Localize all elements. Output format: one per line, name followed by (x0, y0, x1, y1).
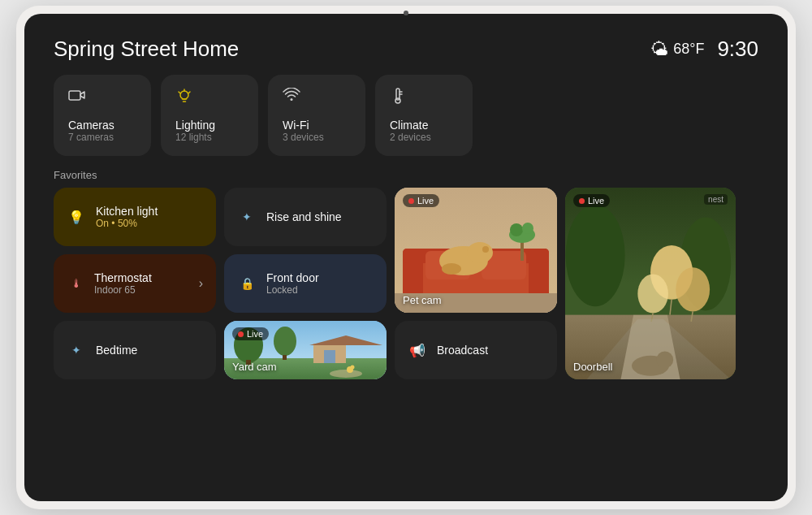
climate-label: Climate (390, 119, 458, 132)
doorbell-live-badge: Live (573, 194, 610, 207)
kitchen-light-card[interactable]: 💡 Kitchen light On • 50% (54, 188, 216, 246)
svg-line-3 (179, 92, 180, 93)
wifi-icon (283, 88, 351, 105)
pet-cam-live-label: Live (417, 196, 434, 206)
category-row: Cameras 7 cameras Lighting 12 lig (54, 75, 758, 156)
svg-line-4 (189, 92, 191, 93)
pet-cam-live-dot (408, 198, 414, 204)
camera-dot (404, 11, 408, 15)
weather-widget: 🌤 68°F (650, 39, 704, 60)
clock: 9:30 (717, 37, 758, 62)
thermostat-status: Indoor 65 (94, 284, 152, 296)
bedtime-name: Bedtime (96, 344, 137, 357)
wifi-sub: 3 devices (283, 132, 351, 143)
climate-sub: 2 devices (390, 132, 458, 143)
pet-cam-card[interactable]: Live Pet cam (395, 188, 557, 313)
cameras-sub: 7 cameras (68, 132, 136, 143)
weather-icon: 🌤 (650, 39, 668, 60)
front-door-card[interactable]: 🔒 Front door Locked (224, 254, 387, 313)
rise-shine-name: Rise and shine (266, 210, 342, 223)
yard-cam-live-label: Live (247, 329, 263, 339)
screen: Spring Street Home 🌤 68°F 9:30 (24, 14, 788, 501)
bulb-icon: 💡 (67, 210, 86, 225)
category-lighting[interactable]: Lighting 12 lights (161, 75, 258, 156)
lighting-label: Lighting (175, 119, 244, 132)
doorbell-live-dot (579, 198, 585, 204)
cameras-icon (68, 88, 136, 106)
broadcast-card[interactable]: 📢 Broadcast (395, 321, 557, 379)
device-frame: Spring Street Home 🌤 68°F 9:30 (16, 6, 796, 509)
doorbell-label: Doorbell (573, 361, 612, 373)
yard-cam-live-dot (238, 331, 244, 337)
pet-cam-label: Pet cam (403, 294, 549, 306)
kitchen-light-status: On • 50% (96, 218, 158, 229)
rise-shine-icon: ✦ (237, 210, 257, 223)
lighting-icon (175, 88, 244, 110)
climate-icon (390, 88, 458, 108)
doorbell-brand: nest (704, 194, 728, 205)
cameras-label: Cameras (68, 119, 136, 132)
svg-rect-0 (69, 91, 80, 100)
thermostat-card[interactable]: 🌡 Thermostat Indoor 65 › (54, 254, 216, 313)
thermostat-icon: 🌡 (67, 277, 86, 290)
rise-shine-card[interactable]: ✦ Rise and shine (224, 188, 387, 246)
bedtime-card[interactable]: ✦ Bedtime (54, 321, 216, 379)
broadcast-name: Broadcast (437, 344, 488, 357)
thermostat-name: Thermostat (94, 271, 152, 284)
yard-cam-card[interactable]: Live Yard cam (224, 321, 387, 379)
doorbell-live-label: Live (588, 196, 604, 206)
svg-point-5 (291, 98, 293, 101)
header-right: 🌤 68°F 9:30 (650, 37, 758, 62)
category-climate[interactable]: Climate 2 devices (375, 75, 473, 156)
yard-cam-live-badge: Live (232, 327, 269, 340)
lock-icon: 🔒 (237, 277, 257, 290)
kitchen-light-name: Kitchen light (96, 205, 158, 218)
svg-point-1 (180, 91, 188, 99)
front-door-name: Front door (266, 271, 319, 284)
bedtime-icon: ✦ (67, 344, 86, 357)
home-title: Spring Street Home (54, 37, 239, 62)
thermostat-chevron: › (199, 276, 203, 291)
category-cameras[interactable]: Cameras 7 cameras (54, 75, 151, 156)
wifi-label: Wi-Fi (283, 119, 351, 132)
lighting-sub: 12 lights (175, 132, 244, 143)
broadcast-icon: 📢 (408, 343, 427, 358)
front-door-status: Locked (266, 284, 319, 296)
svg-point-7 (395, 98, 400, 103)
doorbell-card[interactable]: Live nest Doorbell (565, 188, 736, 379)
favorites-grid: 💡 Kitchen light On • 50% 🌡 Thermostat In… (54, 188, 758, 478)
pet-cam-live-badge: Live (403, 194, 439, 207)
category-wifi[interactable]: Wi-Fi 3 devices (268, 75, 365, 156)
favorites-label: Favorites (54, 169, 758, 181)
yard-cam-label: Yard cam (232, 361, 378, 373)
header: Spring Street Home 🌤 68°F 9:30 (54, 37, 758, 62)
temperature: 68°F (673, 41, 704, 58)
